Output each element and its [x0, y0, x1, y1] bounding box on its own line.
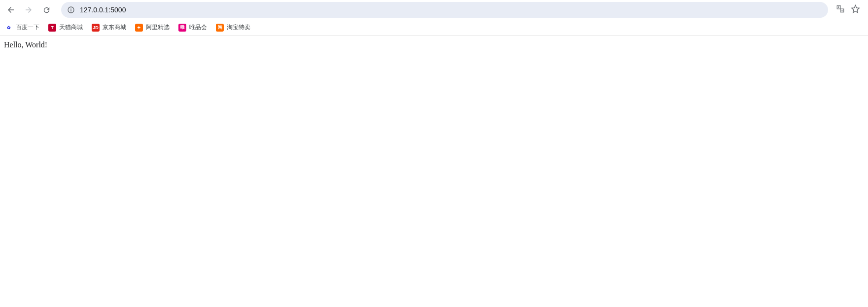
bookmark-item-3[interactable]: ✦阿里精选 [135, 23, 170, 32]
forward-button[interactable] [22, 3, 35, 17]
page-body-text: Hello, World! [4, 40, 864, 49]
bookmarks-bar: ✿百度一下T天猫商城JD京东商城✦阿里精选唯唯品会淘淘宝特卖 [0, 20, 868, 36]
bookmark-item-0[interactable]: ✿百度一下 [5, 23, 39, 32]
bookmark-favicon: 淘 [216, 24, 224, 32]
bookmark-favicon: JD [92, 24, 100, 32]
toolbar-right [836, 4, 864, 16]
translate-icon[interactable] [836, 4, 845, 15]
bookmark-item-1[interactable]: T天猫商城 [48, 23, 83, 32]
bookmark-item-2[interactable]: JD京东商城 [92, 23, 126, 32]
reload-icon [42, 6, 51, 14]
bookmark-label: 百度一下 [16, 23, 39, 32]
reload-button[interactable] [39, 3, 53, 17]
back-button[interactable] [4, 3, 18, 17]
arrow-left-icon [6, 5, 15, 14]
page-content: Hello, World! [0, 36, 868, 54]
bookmark-item-5[interactable]: 淘淘宝特卖 [216, 23, 250, 32]
browser-toolbar [0, 0, 868, 20]
bookmark-favicon: ✿ [5, 24, 13, 32]
svg-rect-1 [70, 9, 71, 12]
svg-rect-2 [70, 8, 71, 8]
star-icon[interactable] [851, 4, 860, 16]
bookmark-favicon: T [48, 24, 56, 32]
bookmark-label: 淘宝特卖 [227, 23, 250, 32]
bookmark-label: 唯品会 [189, 23, 207, 32]
url-input[interactable] [80, 6, 822, 14]
bookmark-favicon: ✦ [135, 24, 143, 32]
site-info-icon[interactable] [67, 6, 75, 14]
bookmark-item-4[interactable]: 唯唯品会 [178, 23, 207, 32]
arrow-right-icon [24, 5, 33, 14]
bookmark-label: 京东商城 [103, 23, 126, 32]
bookmark-label: 阿里精选 [146, 23, 170, 32]
address-bar[interactable] [61, 2, 828, 18]
bookmark-favicon: 唯 [178, 24, 186, 32]
bookmark-label: 天猫商城 [59, 23, 83, 32]
